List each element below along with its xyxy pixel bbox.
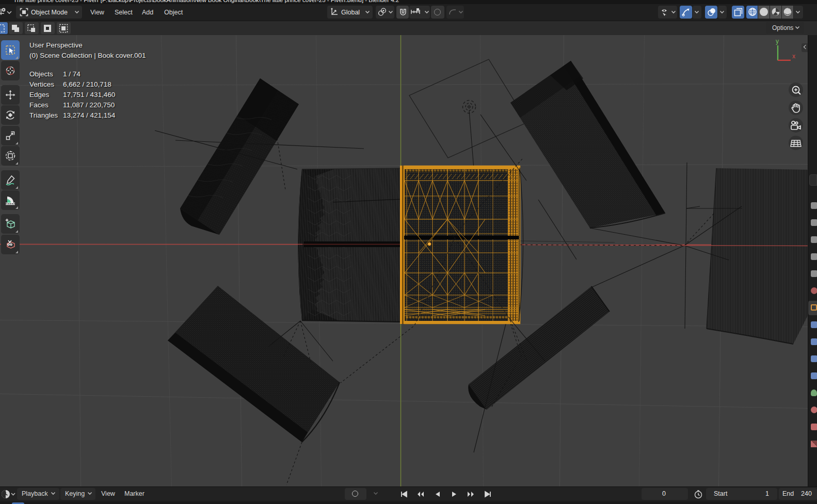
svg-text:y: y: [776, 38, 779, 45]
svg-text:x: x: [792, 53, 795, 60]
